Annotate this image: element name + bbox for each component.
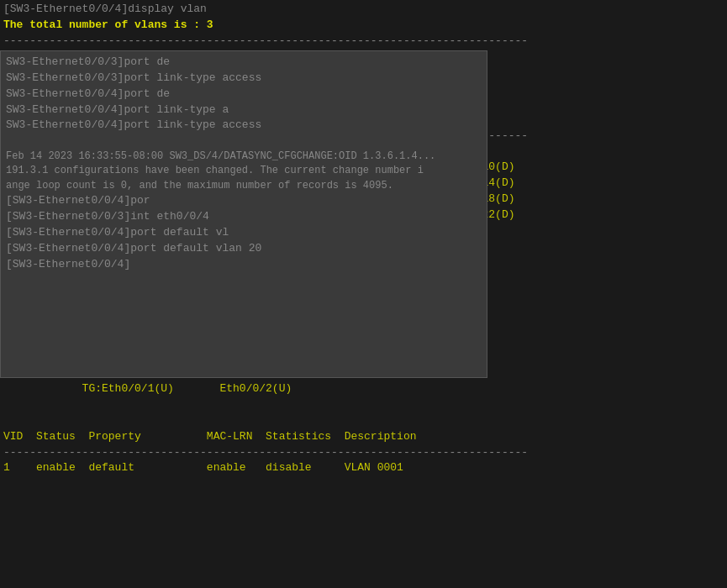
modal-cmd-4: [SW3-Ethernet0/0/4]port default vlan 20: [6, 241, 482, 257]
empty-modal-line: [6, 134, 482, 150]
modal-line-4: SW3-Ethernet0/0/4]port link-type a: [6, 102, 482, 118]
vlan20-tg-ports: TG:Eth0/0/1(U) Eth0/0/2(U): [3, 381, 724, 397]
total-vlans-line: The total number of vlans is : 3: [3, 18, 724, 34]
modal-log-line-3: ange loop count is 0, and the maximum nu…: [6, 179, 482, 193]
separator-line: ----------------------------------------…: [3, 34, 724, 50]
command-history-modal: SW3-Ethernet0/0/3]port de SW3-Ethernet0/…: [0, 50, 487, 378]
status-table-sep: ----------------------------------------…: [3, 445, 724, 461]
modal-cmd-1: [SW3-Ethernet0/0/4]por: [6, 193, 482, 209]
modal-log-line-2: 191.3.1 configurations have been changed…: [6, 164, 482, 178]
status-table-header: VID Status Property MAC-LRN Statistics D…: [3, 429, 724, 445]
empty-line-5: [3, 397, 724, 413]
modal-line-3: SW3-Ethernet0/0/4]port de: [6, 87, 482, 102]
modal-cmd-5: [SW3-Ethernet0/0/4]: [6, 257, 482, 273]
modal-line-5: SW3-Ethernet0/0/4]port link-type access: [6, 118, 482, 134]
modal-cmd-3: [SW3-Ethernet0/0/4]port default vl: [6, 225, 482, 241]
modal-text: SW3-Ethernet0/0/3]port de SW3-Ethernet0/…: [1, 51, 487, 276]
modal-cmd-2: [SW3-Ethernet0/0/3]int eth0/0/4: [6, 209, 482, 225]
status-row-1: 1 enable default enable disable VLAN 000…: [3, 460, 724, 476]
modal-log-line: Feb 14 2023 16:33:55-08:00 SW3_DS/4/DATA…: [6, 150, 482, 164]
terminal-line: [SW3-Ethernet0/0/4]display vlan: [3, 2, 724, 18]
modal-line-2: SW3-Ethernet0/0/3]port link-type access: [6, 71, 482, 87]
terminal-window: [SW3-Ethernet0/0/4]display vlan The tota…: [0, 0, 727, 588]
empty-line-6: [3, 413, 724, 429]
modal-line-1: SW3-Ethernet0/0/3]port de: [6, 55, 482, 71]
terminal-text: [SW3-Ethernet0/0/4]display vlan The tota…: [0, 0, 727, 478]
